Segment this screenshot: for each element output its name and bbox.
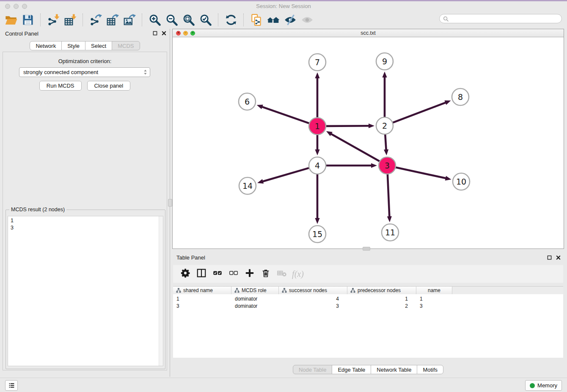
graph-edge-1-7[interactable]	[315, 72, 319, 118]
split-columns-icon	[196, 268, 206, 280]
graph-edge-4-3[interactable]	[326, 163, 377, 168]
graph-node-label: 11	[385, 228, 395, 237]
table-cell: dominator	[231, 303, 279, 309]
import-table-button[interactable]	[62, 13, 79, 27]
zoom-in-button[interactable]	[146, 13, 163, 27]
graph-node-1[interactable]: 1	[309, 118, 326, 135]
export-network-button[interactable]	[87, 13, 104, 27]
graph-node-4[interactable]: 4	[309, 157, 326, 174]
first-neighbors-button[interactable]	[265, 13, 282, 27]
graph-node-15[interactable]: 15	[309, 226, 326, 243]
toolbar-separator	[40, 14, 41, 26]
hide-selected-button[interactable]	[282, 13, 299, 27]
zoom-out-icon	[165, 14, 178, 26]
table-cell: dominator	[231, 296, 279, 302]
control-panel-tabs: NetworkStyleSelectMCDS	[0, 41, 170, 50]
tab-motifs[interactable]: Motifs	[417, 365, 443, 374]
task-history-button[interactable]	[5, 380, 18, 391]
delete-columns-button[interactable]	[258, 267, 274, 281]
graph-edge-1-4[interactable]	[315, 135, 319, 155]
import-network-button[interactable]	[45, 13, 62, 27]
tab-node-table[interactable]: Node Table	[293, 365, 333, 374]
export-image-button[interactable]	[121, 13, 138, 27]
close-panel-icon[interactable]	[162, 31, 166, 36]
zoom-fit-button[interactable]	[180, 13, 197, 27]
column-type-icon	[282, 288, 287, 293]
graph-edge-2-8[interactable]	[393, 100, 451, 123]
close-table-panel-icon[interactable]	[556, 255, 561, 260]
hide-all-columns-button[interactable]	[226, 267, 242, 281]
table-row[interactable]: 1dominator411	[173, 295, 563, 303]
graph-edge-3-10[interactable]	[396, 167, 451, 180]
close-panel-button[interactable]: Close panel	[87, 81, 131, 91]
zoom-selected-button[interactable]	[197, 13, 214, 27]
show-all-columns-button[interactable]	[209, 267, 226, 281]
tab-edge-table[interactable]: Edge Table	[332, 365, 371, 374]
graph-edge-3-1[interactable]	[326, 131, 380, 161]
column-header-successor-nodes[interactable]: successor nodes	[279, 287, 347, 294]
graph-node-3[interactable]: 3	[379, 157, 396, 174]
mcds-result-line: 1	[11, 217, 157, 224]
graph-edge-3-11[interactable]	[387, 174, 392, 222]
zoom-out-button[interactable]	[163, 13, 180, 27]
result-scrollbar[interactable]	[159, 216, 163, 366]
graph-node-label: 4	[315, 161, 320, 170]
memory-label: Memory	[537, 382, 557, 389]
table-settings-button[interactable]	[177, 267, 193, 281]
mcds-result-line: 3	[11, 224, 157, 232]
tab-mcds[interactable]: MCDS	[112, 41, 140, 50]
graph-edge-1-6[interactable]	[257, 105, 309, 123]
graph-edge-1-2[interactable]	[326, 124, 374, 128]
float-table-panel-icon[interactable]	[547, 255, 552, 260]
column-header-name[interactable]: name	[416, 287, 452, 294]
graph-node-6[interactable]: 6	[239, 93, 256, 110]
panel-resize-grip[interactable]	[363, 247, 370, 251]
graph-node-label: 8	[458, 92, 463, 102]
graph-node-14[interactable]: 14	[239, 177, 256, 194]
graph-node-8[interactable]: 8	[452, 88, 469, 105]
graph-node-10[interactable]: 10	[453, 173, 470, 190]
mcds-result-groupbox: MCDS result (2 nodes) 13	[6, 210, 165, 369]
split-table-panel-button[interactable]	[193, 267, 209, 281]
graph-edge-2-9[interactable]	[382, 72, 387, 117]
splitter-handle[interactable]	[168, 199, 172, 207]
refresh-view-button[interactable]	[223, 13, 239, 27]
create-column-button[interactable]	[242, 267, 258, 281]
graph-node-2[interactable]: 2	[376, 117, 393, 134]
search-input[interactable]	[451, 14, 558, 23]
column-header-shared-name[interactable]: shared name	[173, 287, 231, 294]
save-session-button[interactable]	[19, 13, 36, 27]
application-window: Session: New Session Control Panel Netwo…	[0, 0, 567, 392]
graph-node-11[interactable]: 11	[382, 224, 399, 241]
open-session-button[interactable]	[3, 13, 19, 27]
column-type-icon	[350, 288, 355, 293]
tab-network[interactable]: Network	[30, 41, 62, 50]
graph-edge-4-14[interactable]	[257, 168, 309, 184]
graph-node-label: 6	[245, 97, 250, 106]
tab-select[interactable]: Select	[85, 41, 112, 50]
column-header-mcds-role[interactable]: MCDS role	[231, 287, 279, 294]
run-mcds-button[interactable]: Run MCDS	[39, 81, 82, 91]
optimization-criterion-select[interactable]: strongly connected component	[19, 67, 150, 77]
mcds-result-text[interactable]: 13	[8, 216, 163, 366]
table-cell: 3	[173, 303, 231, 309]
table-row[interactable]: 3dominator323	[173, 303, 563, 310]
new-network-from-selection-button[interactable]	[248, 13, 265, 27]
column-header-predecessor-nodes[interactable]: predecessor nodes	[347, 287, 416, 294]
float-panel-icon[interactable]	[153, 31, 157, 36]
network-canvas[interactable]: 7968124314101511	[173, 37, 564, 248]
export-table-button[interactable]	[104, 13, 121, 27]
network-view-window: ✕ − + scc.txt 7968124314101511	[172, 29, 564, 249]
graph-edge-2-3[interactable]	[384, 134, 388, 155]
toolbar-separator	[218, 14, 219, 26]
tab-network-table[interactable]: Network Table	[371, 365, 417, 374]
graph-node-label: 9	[382, 57, 387, 66]
memory-button[interactable]: Memory	[525, 380, 562, 391]
graph-node-9[interactable]: 9	[376, 53, 393, 70]
search-field[interactable]	[439, 14, 562, 23]
table-body: 1dominator4113dominator323	[173, 294, 563, 358]
export-image-icon	[123, 14, 136, 26]
graph-edge-4-15[interactable]	[315, 174, 319, 224]
tab-style[interactable]: Style	[61, 41, 85, 50]
graph-node-7[interactable]: 7	[309, 54, 326, 71]
